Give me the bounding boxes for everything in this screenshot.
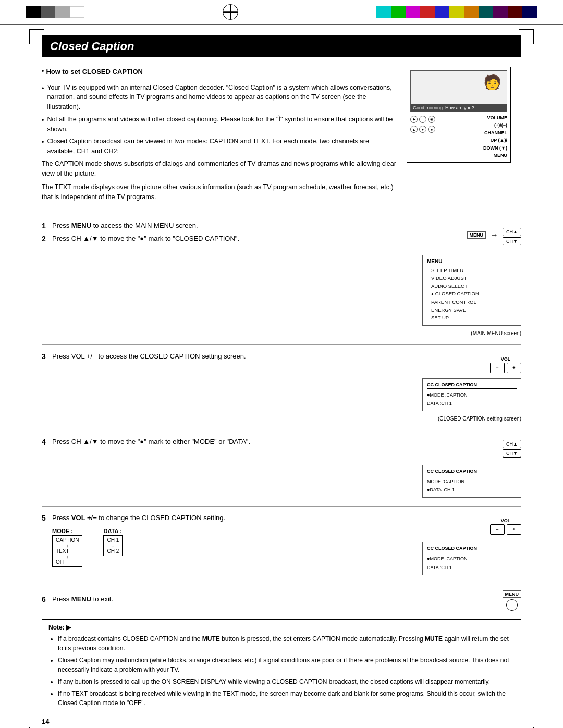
main-menu-diagram: MENU SLEEP TIMER VIDEO ADJUST AUDIO SELE… <box>422 255 521 326</box>
vol-label-3: VOL <box>501 356 511 362</box>
data-options-list: CH 1 ↓ CH 2 <box>103 535 123 556</box>
page-title: Closed Caption <box>50 40 513 53</box>
data-header: DATA : <box>103 528 123 534</box>
cc-title-5: CC CLOSED CAPTION <box>427 546 517 552</box>
menu-item-energy: ENERGY SAVE <box>427 306 517 314</box>
cc-mode-row-5: ●MODE :CAPTION <box>427 554 517 563</box>
how-to-set-label: How to set CLOSED CAPTION <box>46 67 143 77</box>
ch-btn-group-1: CH▲ CH▼ <box>503 228 521 245</box>
step-5-content: 5 Press VOL +/− to change the CLOSED CAP… <box>42 513 396 570</box>
color-darkred <box>508 6 522 18</box>
divider-4 <box>42 506 521 507</box>
mode-data-options: MODE : CAPTION ↓ TEXT ↓ OFF DATA : CH 1 … <box>52 528 396 567</box>
color-red <box>420 6 435 18</box>
step-2-text: Press CH ▲/▼ to move the "●" mark to "CL… <box>52 233 239 244</box>
step-1-suffix: to access the MAIN MENU screen. <box>91 221 198 229</box>
para-1: The CAPTION mode shows subscripts of dia… <box>42 159 396 179</box>
cc-mode-row-3: ●MODE :CAPTION <box>427 391 517 399</box>
tv-btn-vol: ◉ <box>428 116 435 123</box>
step-6-content: 6 Press MENU to exit. <box>42 594 396 607</box>
menu-circle-btn[interactable] <box>506 599 518 611</box>
arrow-right-icon: → <box>490 230 498 240</box>
step-1-line: 1 Press MENU to access the MAIN MENU scr… <box>42 220 396 231</box>
step-5-line: 5 Press VOL +/− to change the CLOSED CAP… <box>42 513 396 524</box>
menu-item-video: VIDEO ADJUST <box>427 274 517 282</box>
bullet-1-text: Your TV is equipped with an internal Clo… <box>47 83 396 112</box>
color-cyan <box>376 6 391 18</box>
cha-btn: CH▲ <box>503 228 521 236</box>
data-column: DATA : CH 1 ↓ CH 2 <box>103 528 123 556</box>
bullet-1: • Your TV is equipped with an internal C… <box>42 83 396 112</box>
steps-1-2: 1 Press MENU to access the MAIN MENU scr… <box>42 220 521 336</box>
tv-btn-ch: ▲ <box>410 126 418 133</box>
vol-minus-btn[interactable]: − <box>490 363 505 373</box>
cc-setting-screen-4: CC CLOSED CAPTION MODE :CAPTION ●DATA :C… <box>422 465 521 498</box>
bullet-2: • Not all the programs and videos will o… <box>42 115 396 134</box>
note-box: Note: ▶ If a broadcast contains CLOSED C… <box>42 619 521 712</box>
menu-label-small: MENU <box>467 231 486 239</box>
step-6-num: 6 <box>42 594 50 605</box>
vol-plus-btn-5[interactable]: + <box>507 524 521 535</box>
vol-btns-5: VOL − + <box>490 518 521 535</box>
intro-text: • How to set CLOSED CAPTION • Your TV is… <box>42 67 396 206</box>
bullet-dot-3: • <box>42 138 44 147</box>
note-label: Note: ▶ <box>48 624 71 631</box>
cc-data-row-3: DATA :CH 1 <box>427 399 517 408</box>
color-yellow <box>449 6 464 18</box>
intro-section: • How to set CLOSED CAPTION • Your TV is… <box>42 67 521 206</box>
step-1-num: 1 <box>42 220 50 231</box>
step-4-text: Press CH ▲/▼ to move the "●" mark to eit… <box>52 437 250 447</box>
step-5-vol-bold: VOL +/− <box>71 514 97 522</box>
step-3-row: 3 Press VOL +/− to access the CLOSED CAP… <box>42 351 521 422</box>
tv-btn-chd: ▼ <box>419 126 426 133</box>
page-title-box: Closed Caption <box>42 35 521 57</box>
page-num-section: 14 <box>42 718 521 725</box>
page-number: 14 <box>42 718 49 725</box>
note-item-2: Closed Caption may malfunction (white bl… <box>58 656 515 674</box>
cc-data-row-4: ●DATA :CH 1 <box>427 486 517 494</box>
tv-ctrl-icons: ▶ ☰ ◉ ▲ ▼ ● <box>410 114 481 133</box>
cc-setting-screen-5: CC CLOSED CAPTION ●MODE :CAPTION DATA :C… <box>422 542 521 575</box>
tv-btn-playback: ▶ <box>410 116 418 123</box>
vol-btn-row: − + <box>490 363 521 373</box>
step-3-content: 3 Press VOL +/− to access the CLOSED CAP… <box>42 351 396 364</box>
tv-caption-text: Good morning. How are you? <box>411 104 507 112</box>
menu-btn-group: MENU <box>503 590 522 611</box>
data-arrow-down: ↓ <box>107 543 119 548</box>
color-navy <box>522 6 537 18</box>
step-4-content: 4 Press CH ▲/▼ to move the "●" mark to e… <box>42 437 396 450</box>
tv-btn-ok: ● <box>428 126 435 133</box>
note-item-3: If any button is pressed to call up the … <box>58 677 515 686</box>
step-3-num: 3 <box>42 351 50 362</box>
color-dgray <box>41 6 55 18</box>
mode-option-text: TEXT <box>56 548 79 554</box>
divider-5 <box>42 584 521 584</box>
tv-diagram-section: 🧑 Good morning. How are you? ▶ ☰ ◉ ▲ ▼ ● <box>407 67 521 206</box>
step-6-line: 6 Press MENU to exit. <box>42 594 396 605</box>
data-option-ch1: CH 1 <box>107 537 119 543</box>
tv-diagram: 🧑 Good morning. How are you? ▶ ☰ ◉ ▲ ▼ ● <box>407 67 511 163</box>
divider-2 <box>42 344 521 345</box>
color-bar-left <box>26 6 84 18</box>
menu-key-label: MENU <box>483 152 507 159</box>
vol-plus-btn[interactable]: + <box>507 363 521 373</box>
color-lgray <box>55 6 70 18</box>
vol-label-5: VOL <box>501 518 511 523</box>
step-5-suffix: to change the CLOSED CAPTION setting. <box>97 514 225 522</box>
color-bar-right <box>376 6 537 18</box>
step-2-num: 2 <box>42 233 50 244</box>
menu-item-parent: PARENT CONTROL <box>427 298 517 306</box>
menu-item-audio: AUDIO SELECT <box>427 282 517 290</box>
tv-ctrl-labels: VOLUME (+)/(−) CHANNEL UP (▲)/ DOWN (▼) … <box>483 114 507 159</box>
vol-minus-btn-5[interactable]: − <box>490 524 505 535</box>
note-item-4: If no TEXT broadcast is being received w… <box>58 689 515 708</box>
color-magenta <box>406 6 420 18</box>
step-5-row: 5 Press VOL +/− to change the CLOSED CAP… <box>42 513 521 575</box>
chv-btn-4: CH▼ <box>503 449 521 458</box>
channel-down: DOWN (▼) <box>483 144 507 152</box>
step-1-menu-bold: MENU <box>71 221 91 229</box>
tv-person-icon: 🧑 <box>483 73 501 91</box>
step-3-diagram: VOL − + CC CLOSED CAPTION ●MODE :CAPTION… <box>407 351 521 422</box>
color-orange <box>464 6 479 18</box>
color-green <box>391 6 406 18</box>
